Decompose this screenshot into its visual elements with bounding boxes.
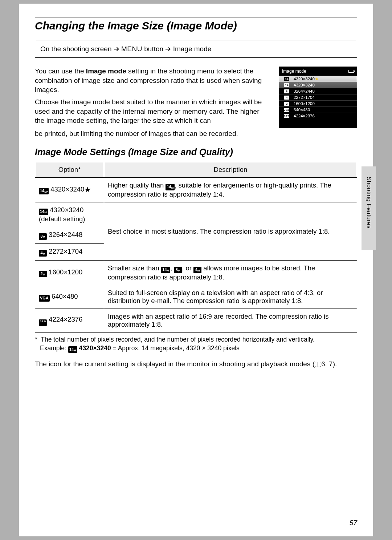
star-icon: ★	[84, 185, 91, 194]
screenshot-titlebar: Image mode	[279, 67, 357, 76]
screenshot-menu-item: 21600×1200	[279, 100, 357, 106]
arrow-icon: ➔	[165, 45, 171, 53]
table-row: 14M 4320×3240 (default setting) Best cho…	[35, 202, 357, 227]
option-label: 640×480	[52, 293, 78, 300]
mode-icon: 16:9	[284, 114, 289, 118]
mode-icon-14m: 14M	[166, 184, 175, 190]
nav-mid: button	[144, 45, 163, 53]
arrow-icon: ➔	[114, 45, 119, 53]
screenshot-item-label: 1600×1200	[294, 101, 315, 106]
option-label: 4224×2376	[49, 315, 82, 323]
footnote-1: * The total number of pixels recorded, a…	[35, 335, 357, 344]
desc-text: , or	[182, 264, 193, 272]
option-label: 4320×3240	[50, 185, 84, 193]
option-label: 3264×2448	[49, 231, 82, 238]
th-description: Description	[104, 162, 357, 178]
mode-icon: 4	[284, 96, 289, 100]
screenshot-item-label: 640×480	[294, 108, 310, 112]
desc-text: Higher quality than	[108, 181, 166, 189]
option-label: 1600×1200	[49, 268, 82, 276]
mode-icon: 8	[284, 89, 289, 93]
menu-button-label: MENU	[121, 45, 142, 53]
intro-bold: Image mode	[86, 67, 126, 75]
mode-icon-14m: 14M	[68, 346, 77, 353]
option-sublabel: (default setting)	[39, 215, 85, 223]
nav-suffix: Image mode	[173, 45, 212, 53]
nav-prefix: On the shooting screen	[40, 45, 111, 53]
mode-icon-4m: 4M	[39, 250, 47, 257]
page-title: Changing the Image Size (Image Mode)	[35, 20, 357, 32]
footnote-2: Example: 14M 4320×3240 = Approx. 14 mega…	[35, 344, 357, 353]
settings-table: Option* Description 14M* 4320×3240★ High…	[35, 162, 357, 333]
top-rule	[35, 17, 357, 17]
screenshot-menu-item: 83264×2448	[279, 88, 357, 94]
screenshot-menu-item: VGA640×480	[279, 106, 357, 113]
screenshot-item-label: 3264×2448	[294, 89, 315, 93]
page: Changing the Image Size (Image Mode) On …	[19, 4, 373, 536]
intro-p3: be printed, but limiting the number of i…	[35, 129, 357, 138]
screenshot-item-label: 2272×1704	[294, 95, 315, 100]
screenshot-menu-item: 42272×1704	[279, 94, 357, 100]
intro-text: You can use the Image mode setting in th…	[35, 67, 269, 128]
screenshot-item-label: 4320×3240	[294, 83, 315, 87]
mode-icon-14m: 14M	[39, 209, 48, 215]
option-label: 2272×1704	[49, 247, 82, 255]
desc-text: Suited to full-screen display on a telev…	[104, 285, 357, 309]
mode-icon-2m: 2M	[39, 271, 47, 277]
screenshot-item-label: 4320×3240	[294, 77, 315, 81]
mode-icon: 14	[284, 83, 289, 87]
screenshot-title: Image mode	[282, 69, 306, 74]
mode-icon-8m: 8M	[174, 267, 182, 273]
battery-icon	[348, 70, 354, 73]
camera-menu-screenshot: Image mode 144320×3240★144320×324083264×…	[279, 67, 357, 128]
mode-icon: VGA	[284, 108, 289, 112]
closing-paragraph: The icon for the current setting is disp…	[35, 359, 357, 369]
mode-icon-4m: 4M	[193, 267, 201, 273]
book-icon	[315, 362, 321, 367]
mode-icon-8m: 8M	[39, 233, 47, 240]
mode-icon: 2	[284, 102, 289, 106]
margin-label: Shooting Features	[366, 177, 372, 229]
desc-text: ,	[170, 264, 174, 272]
table-header-row: Option* Description	[35, 162, 357, 178]
th-option: Option*	[35, 162, 104, 178]
screenshot-menu-item: 144320×3240★	[279, 76, 357, 82]
desc-text: Images with an aspect ratio of 16:9 are …	[104, 309, 357, 333]
intro-text-a: You can use the	[35, 67, 86, 75]
screenshot-rows: 144320×3240★144320×324083264×244842272×1…	[279, 76, 357, 119]
desc-text: Best choice in most situations. The comp…	[104, 202, 357, 261]
screenshot-menu-item: 16:94224×2376	[279, 113, 357, 119]
page-number: 57	[350, 519, 357, 527]
screenshot-menu-item: 144320×3240	[279, 82, 357, 88]
screenshot-item-label: 4224×2376	[294, 114, 315, 118]
option-label: 4320×3240	[50, 206, 83, 214]
mode-icon-16-9: 16:9	[39, 319, 47, 326]
table-row: 14M* 4320×3240★ Higher quality than 14M,…	[35, 178, 357, 202]
mode-icon-14m: 14M	[161, 267, 170, 273]
mode-icon-14m-star: 14M*	[39, 188, 49, 194]
navigation-path-box: On the shooting screen ➔ MENU button ➔ I…	[35, 40, 357, 58]
star-icon: ★	[315, 77, 319, 81]
section-subhead: Image Mode Settings (Image Size and Qual…	[35, 147, 357, 157]
table-row: VGA 640×480 Suited to full-screen displa…	[35, 285, 357, 309]
mode-icon: 14	[284, 77, 289, 81]
intro-row: You can use the Image mode setting in th…	[35, 67, 357, 128]
table-row: 2M 1600×1200 Smaller size than 14M, 8M, …	[35, 261, 357, 285]
intro-p2: Choose the image mode best suited to the…	[35, 97, 269, 125]
desc-text: Smaller size than	[108, 264, 161, 272]
mode-icon-vga: VGA	[39, 295, 50, 302]
table-row: 16:9 4224×2376 Images with an aspect rat…	[35, 309, 357, 333]
